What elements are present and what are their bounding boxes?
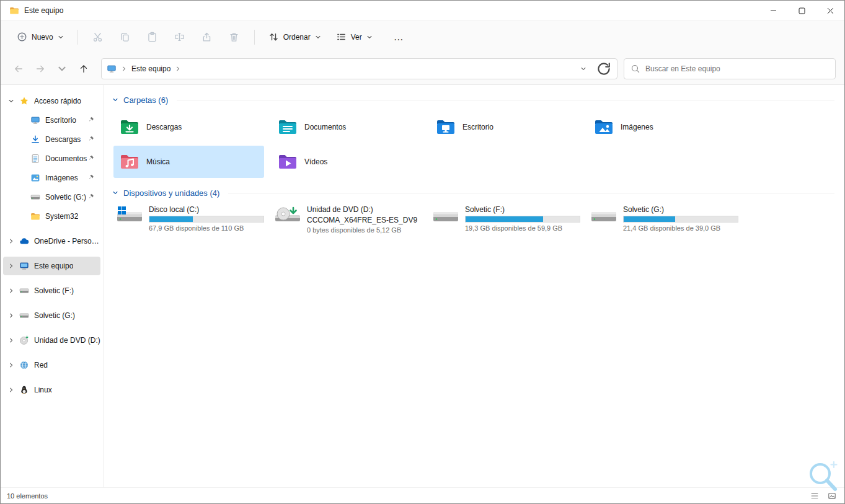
address-dropdown-button[interactable]	[575, 61, 591, 77]
picture-icon	[30, 173, 40, 183]
paste-button[interactable]	[140, 26, 165, 48]
chevron-down-icon	[315, 34, 321, 40]
drive-icon	[30, 192, 40, 202]
rename-button[interactable]	[167, 26, 192, 48]
window-title: Este equipo	[24, 6, 63, 15]
address-bar[interactable]: Este equipo	[101, 58, 617, 79]
sidebar-item-pictures[interactable]: Imágenes	[3, 169, 100, 187]
more-options-button[interactable]: …	[381, 27, 417, 48]
section-divider	[228, 193, 834, 193]
devices-grid: Disco local (C:) 67,9 GB disponibles de …	[113, 203, 834, 234]
view-button[interactable]: Ver	[330, 27, 379, 47]
chevron-down-icon	[57, 64, 67, 74]
items-view: Carpetas (6) Descargas	[104, 85, 844, 487]
chevron-down-icon	[112, 190, 118, 196]
device-tile-solvetic-f[interactable]: Solvetic (F:) 19,3 GB disponibles de 59,…	[430, 203, 588, 234]
pin-icon	[87, 116, 95, 124]
disk-usage-bar	[465, 216, 580, 223]
file-explorer-window: Este equipo Nuevo	[0, 0, 845, 504]
sidebar-item-network[interactable]: Red	[3, 356, 100, 374]
large-icons-view-toggle[interactable]	[826, 490, 838, 502]
chevron-right-icon	[121, 66, 127, 72]
sidebar-item-solvetic-g[interactable]: Solvetic (G:)	[3, 188, 100, 206]
sidebar-item-downloads[interactable]: Descargas	[3, 130, 100, 149]
recent-locations-button[interactable]	[51, 58, 72, 79]
folder-tile-descargas[interactable]: Descargas	[113, 111, 264, 143]
folder-icon	[30, 211, 40, 221]
dvd-icon	[19, 335, 29, 345]
minimize-button[interactable]	[759, 1, 787, 20]
section-divider	[177, 100, 834, 100]
music-folder-icon	[120, 152, 139, 172]
large-icons-view-icon	[828, 492, 836, 500]
sidebar-item-label: Imágenes	[45, 174, 78, 182]
disk-usage-bar	[149, 216, 264, 223]
sidebar-item-linux[interactable]: Linux	[3, 381, 100, 399]
sidebar-item-onedrive[interactable]: OneDrive - Personal	[3, 232, 100, 250]
sidebar-item-this-pc[interactable]: Este equipo	[3, 257, 100, 275]
dvd-drive-icon	[274, 206, 301, 226]
share-button[interactable]	[195, 26, 219, 48]
sidebar-item-label: Solvetic (F:)	[34, 286, 74, 295]
delete-button[interactable]	[222, 26, 247, 48]
status-bar-view-toggles	[808, 490, 838, 502]
search-input[interactable]	[645, 64, 829, 73]
device-tile-solvetic-g[interactable]: Solvetic (G:) 21,4 GB disponibles de 39,…	[588, 203, 746, 234]
folder-tile-imagenes[interactable]: Imágenes	[588, 111, 738, 143]
forward-button[interactable]	[30, 58, 50, 79]
folder-tile-escritorio[interactable]: Escritorio	[430, 111, 580, 143]
navigation-pane: Acceso rápido Escritorio Descargas	[1, 85, 104, 487]
folder-tile-musica[interactable]: Música	[113, 146, 264, 178]
new-button[interactable]: Nuevo	[11, 27, 70, 47]
details-view-toggle[interactable]	[808, 490, 821, 502]
cut-icon	[92, 32, 103, 42]
up-arrow-icon	[79, 64, 89, 74]
maximize-button[interactable]	[787, 1, 816, 20]
up-button[interactable]	[73, 58, 94, 79]
maximize-icon	[799, 7, 805, 14]
device-name: Solvetic (G:)	[623, 205, 738, 214]
sort-button[interactable]: Ordenar	[262, 27, 327, 47]
pin-icon	[87, 193, 95, 201]
more-options-label: …	[387, 32, 410, 43]
hard-drive-icon	[432, 206, 459, 226]
copy-button[interactable]	[113, 26, 138, 48]
new-button-label: Nuevo	[32, 33, 53, 42]
paste-icon	[147, 32, 157, 42]
cut-button[interactable]	[86, 26, 110, 48]
share-icon	[201, 32, 212, 42]
folder-tile-label: Música	[146, 157, 170, 166]
disk-usage-bar	[623, 216, 738, 223]
drive-icon	[19, 311, 29, 321]
videos-folder-icon	[278, 152, 298, 172]
sidebar-item-desktop[interactable]: Escritorio	[3, 111, 100, 130]
sidebar-item-quick-access[interactable]: Acceso rápido	[3, 92, 100, 110]
device-tile-dvd-d[interactable]: Unidad de DVD (D:) CCCOMA_X64FRE_ES-ES_D…	[272, 203, 430, 234]
device-info: Disco local (C:) 67,9 GB disponibles de …	[149, 205, 264, 234]
sidebar-item-documents[interactable]: Documentos	[3, 149, 100, 168]
close-icon	[827, 7, 834, 14]
sidebar-item-label: Descargas	[45, 135, 81, 144]
sidebar-item-system32[interactable]: System32	[3, 207, 100, 226]
sidebar-item-label: System32	[45, 212, 78, 221]
toolbar-separator	[77, 30, 78, 45]
sidebar-item-label: Unidad de DVD (D:)	[34, 336, 100, 345]
close-button[interactable]	[816, 1, 844, 20]
device-tile-local-disk-c[interactable]: Disco local (C:) 67,9 GB disponibles de …	[113, 203, 272, 234]
sidebar-item-solvetic-f-drive[interactable]: Solvetic (F:)	[3, 281, 100, 300]
folder-tile-videos[interactable]: Vídeos	[272, 146, 422, 178]
pin-icon	[87, 135, 95, 143]
sidebar-item-solvetic-g-drive[interactable]: Solvetic (G:)	[3, 306, 100, 325]
back-button[interactable]	[8, 58, 29, 79]
details-view-icon	[810, 492, 819, 500]
refresh-button[interactable]	[596, 61, 612, 77]
folder-tile-documentos[interactable]: Documentos	[272, 111, 422, 143]
breadcrumb-this-pc[interactable]: Este equipo	[131, 64, 170, 73]
sidebar-item-dvd-drive[interactable]: Unidad de DVD (D:)	[3, 331, 100, 350]
device-free-space: 21,4 GB disponibles de 39,0 GB	[623, 224, 738, 232]
search-box[interactable]	[624, 58, 836, 79]
chevron-right-icon	[8, 263, 14, 269]
folders-section-header[interactable]: Carpetas (6)	[112, 92, 834, 107]
devices-section-header[interactable]: Dispositivos y unidades (4)	[112, 185, 834, 200]
titlebar: Este equipo	[1, 1, 844, 20]
